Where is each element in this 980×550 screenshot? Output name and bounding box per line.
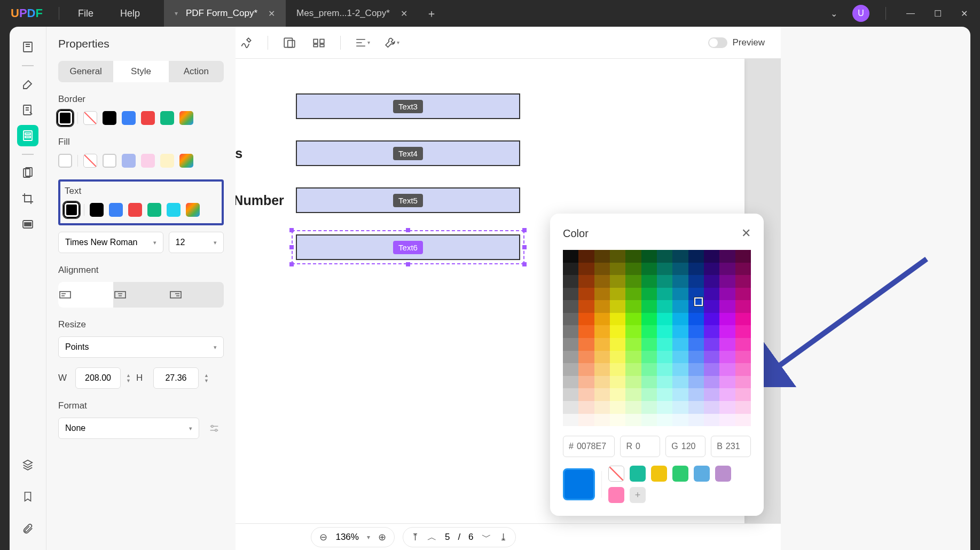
swatch-black[interactable] [90,203,104,217]
close-icon[interactable]: ✕ [401,9,407,19]
text-field[interactable]: Text4 [296,140,520,166]
separator [268,36,268,50]
swatch-current[interactable] [58,154,72,168]
zoom-dropdown[interactable]: ▾ [367,533,370,541]
highlight-icon[interactable] [17,74,38,95]
close-button[interactable]: ✕ [957,9,972,19]
height-input[interactable] [153,367,199,389]
first-page-button[interactable]: ⤒ [411,531,419,543]
preset-teal[interactable] [630,466,646,482]
edit-icon[interactable] [17,99,38,121]
zoom-out-button[interactable]: ⊖ [319,531,327,543]
b-input[interactable]: B231 [711,436,751,457]
tab-action[interactable]: Action [169,61,224,82]
preset-purple[interactable] [715,466,731,482]
swatch-white[interactable] [103,154,116,168]
swatch-current[interactable] [65,203,79,217]
image-field-tool[interactable] [281,35,297,51]
swatch-custom[interactable] [186,203,200,217]
height-stepper[interactable]: ▲▼ [204,373,209,383]
swatch-black[interactable] [103,111,116,125]
swatch-pink[interactable] [141,154,155,168]
crop-icon[interactable] [17,188,38,209]
swatch-red[interactable] [141,111,155,125]
swatch-green[interactable] [160,111,174,125]
preset-pink[interactable] [608,487,624,503]
layers-icon[interactable] [17,454,38,475]
settings-icon[interactable] [205,418,224,439]
swatch-red[interactable] [128,203,142,217]
maximize-button[interactable]: ☐ [930,9,946,19]
page-current[interactable]: 5 [445,532,450,543]
preset-yellow[interactable] [651,466,667,482]
menu-help[interactable]: Help [107,8,153,19]
text-field[interactable]: Text5 [296,187,520,213]
close-icon[interactable]: ✕ [741,226,751,240]
add-tab-button[interactable]: ＋ [418,6,445,21]
organize-icon[interactable] [17,162,38,184]
font-size-select[interactable]: 12▾ [169,232,224,253]
signature-tool[interactable] [238,35,254,51]
swatch-lightblue[interactable] [122,154,136,168]
text-field-selected[interactable]: Text6 [296,234,520,260]
width-stepper[interactable]: ▲▼ [126,373,131,383]
format-select[interactable]: None▾ [58,418,199,439]
close-icon[interactable]: ✕ [268,9,275,19]
window-controls: ⌄ U — ☐ ✕ [826,5,980,22]
width-label: W [58,373,70,383]
redact-icon[interactable] [17,214,38,235]
resize-unit-select[interactable]: Points▾ [58,336,224,358]
avatar[interactable]: U [852,5,869,22]
swatch-none[interactable] [83,111,97,125]
width-input[interactable] [75,367,121,389]
chevron-down-icon[interactable]: ⌄ [826,9,842,19]
tab-label: Mes_prem...1-2_Copy* [296,8,390,19]
form-icon[interactable] [17,125,38,146]
app-logo: UPDF [0,6,53,20]
align-center-button[interactable] [113,282,168,308]
tab-general[interactable]: General [58,61,113,82]
minimize-button[interactable]: — [902,9,919,18]
preset-add[interactable]: + [630,487,646,503]
swatch-blue[interactable] [122,111,136,125]
attachment-icon[interactable] [17,518,38,539]
preview-toggle[interactable] [708,37,727,48]
g-input[interactable]: G120 [665,436,705,457]
reader-icon[interactable] [17,36,38,58]
preset-green[interactable] [672,466,688,482]
prev-page-button[interactable]: ︿ [427,531,437,544]
last-page-button[interactable]: ⤓ [499,531,507,543]
swatch-custom[interactable] [179,111,193,125]
zoom-in-button[interactable]: ⊕ [378,531,386,543]
hex-input[interactable]: #0078E7 [563,436,615,457]
next-page-button[interactable]: ﹀ [482,531,491,544]
swatch-cyan[interactable] [167,203,181,217]
bookmark-icon[interactable] [17,486,38,507]
color-grid[interactable] [563,250,751,426]
chevron-down-icon: ▾ [214,344,217,351]
swatch-cream[interactable] [160,154,174,168]
swatch-blue[interactable] [109,203,123,217]
divider [601,471,602,498]
preset-skyblue[interactable] [694,466,710,482]
align-left-button[interactable] [58,282,113,308]
font-family-select[interactable]: Times New Roman▾ [58,232,163,253]
swatch-current[interactable] [58,111,72,125]
menu-file[interactable]: File [65,8,107,19]
zoom-value[interactable]: 136% [335,532,358,543]
swatch-custom[interactable] [179,154,193,168]
tab-pdf-form[interactable]: ▾ PDF Form_Copy* ✕ [164,0,286,27]
align-tool[interactable]: ▾ [354,35,370,51]
svg-rect-0 [23,42,32,52]
swatch-none[interactable] [83,154,97,168]
date-field-tool[interactable] [311,35,327,51]
swatch-green[interactable] [147,203,161,217]
text-field[interactable]: Text3 [296,93,520,119]
align-right-button[interactable] [169,282,224,308]
tools-menu[interactable]: ▾ [383,35,399,51]
tab-mes-prem[interactable]: Mes_prem...1-2_Copy* ✕ [286,0,418,27]
selected-field-wrap[interactable]: Text6 [296,234,520,260]
r-input[interactable]: R0 [620,436,660,457]
tab-style[interactable]: Style [113,61,168,82]
preset-none[interactable] [608,466,624,482]
